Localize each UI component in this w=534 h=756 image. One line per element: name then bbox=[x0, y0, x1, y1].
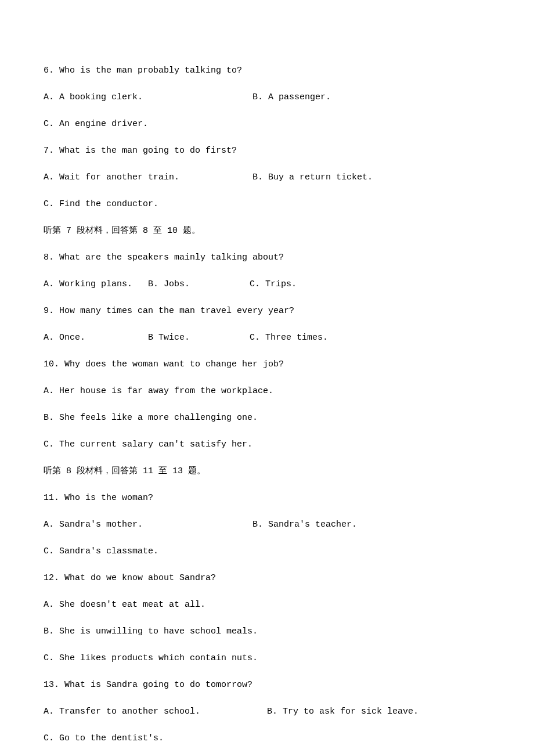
question-7-options-row: A. Wait for another train. B. Buy a retu… bbox=[44, 171, 490, 185]
question-9-text: 9. How many times can the man travel eve… bbox=[44, 304, 490, 318]
question-12-option-b: B. She is unwilling to have school meals… bbox=[44, 625, 490, 639]
question-9-option-a: A. Once. bbox=[44, 331, 148, 345]
question-7-option-a: A. Wait for another train. bbox=[44, 171, 252, 185]
question-6-options-row: A. A booking clerk. B. A passenger. bbox=[44, 91, 490, 105]
question-11-option-c: C. Sandra's classmate. bbox=[44, 545, 490, 559]
question-13-option-c: C. Go to the dentist's. bbox=[44, 732, 490, 746]
question-8-option-a: A. Working plans. bbox=[44, 278, 148, 291]
question-8-option-c: C. Trips. bbox=[250, 278, 490, 291]
question-10-option-c: C. The current salary can't satisfy her. bbox=[44, 438, 490, 452]
question-13-text: 13. What is Sandra going to do tomorrow? bbox=[44, 678, 490, 692]
question-7-text: 7. What is the man going to do first? bbox=[44, 144, 490, 158]
question-12-option-a: A. She doesn't eat meat at all. bbox=[44, 598, 490, 612]
question-6-option-c: C. An engine driver. bbox=[44, 117, 490, 131]
question-13-option-a: A. Transfer to another school. bbox=[44, 705, 267, 719]
question-12-text: 12. What do we know about Sandra? bbox=[44, 571, 490, 585]
question-10-option-b: B. She feels like a more challenging one… bbox=[44, 411, 490, 425]
question-11-option-a: A. Sandra's mother. bbox=[44, 518, 252, 532]
question-9-options-row: A. Once. B Twice. C. Three times. bbox=[44, 331, 490, 345]
question-10-option-a: A. Her house is far away from the workpl… bbox=[44, 384, 490, 398]
question-8-option-b: B. Jobs. bbox=[148, 278, 250, 291]
question-13-options-row: A. Transfer to another school. B. Try to… bbox=[44, 705, 490, 719]
question-7-option-c: C. Find the conductor. bbox=[44, 197, 490, 211]
question-7-option-b: B. Buy a return ticket. bbox=[252, 171, 373, 185]
question-12-option-c: C. She likes products which contain nuts… bbox=[44, 651, 490, 665]
question-11-options-row: A. Sandra's mother. B. Sandra's teacher. bbox=[44, 518, 490, 532]
question-10-text: 10. Why does the woman want to change he… bbox=[44, 358, 490, 372]
question-13-option-b: B. Try to ask for sick leave. bbox=[267, 705, 490, 719]
question-9-option-c: C. Three times. bbox=[250, 331, 490, 345]
question-6-option-b: B. A passenger. bbox=[252, 91, 331, 105]
question-6-option-a: A. A booking clerk. bbox=[44, 91, 252, 105]
section-8-note: 听第 8 段材料，回答第 11 至 13 题。 bbox=[44, 465, 490, 478]
question-11-text: 11. Who is the woman? bbox=[44, 491, 490, 505]
section-7-note: 听第 7 段材料，回答第 8 至 10 题。 bbox=[44, 224, 490, 238]
question-6-text: 6. Who is the man probably talking to? bbox=[44, 64, 490, 78]
question-9-option-b: B Twice. bbox=[148, 331, 250, 345]
question-8-text: 8. What are the speakers mainly talking … bbox=[44, 251, 490, 265]
question-8-options-row: A. Working plans. B. Jobs. C. Trips. bbox=[44, 278, 490, 291]
question-11-option-b: B. Sandra's teacher. bbox=[252, 518, 357, 532]
